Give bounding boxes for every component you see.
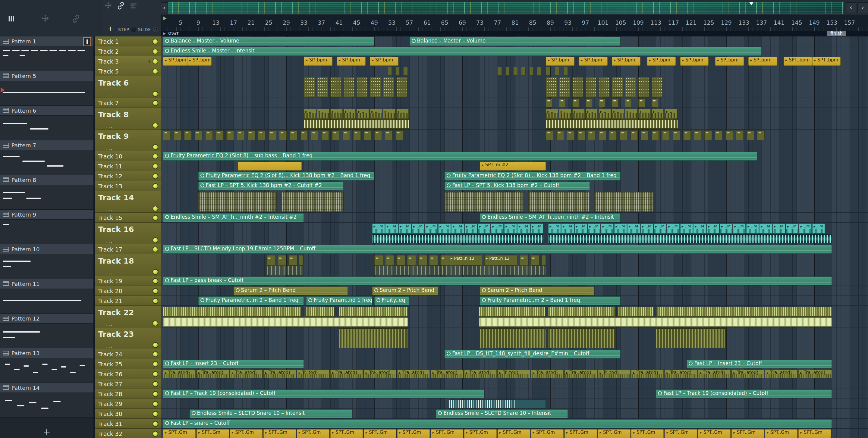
playlist-lane[interactable]: ≡≡≡≡≡≡≡≡≡ — [161, 98, 868, 108]
automation-clip[interactable]: Serum 2 – Pitch Bend — [372, 287, 438, 295]
track-mute-led[interactable] — [153, 362, 158, 366]
pattern-clip[interactable]: ≡ — [612, 99, 618, 107]
pattern-clip[interactable]: ≡ — [288, 255, 297, 265]
track-header[interactable]: Track 3▾ — [95, 56, 161, 66]
pattern-header[interactable]: Pattern 13 — [0, 348, 93, 358]
pattern-clip[interactable]: ▸SP..bpm — [680, 57, 709, 66]
playlist-lane[interactable]: ▸SP..bpm▸SP..bpm▸SP..bpm▸SP..bpm▸SP..bpm… — [161, 56, 868, 66]
playlist-lane[interactable]: ≡≡≡≡≡≡≡≡≡≡≡≡≡≡≡≡≡≡≡≡≡≡≡≡≡≡≡≡≡≡≡≡≡≡≡≡≡≡≡≡… — [161, 130, 868, 151]
pattern-clip[interactable]: ≡ — [279, 130, 287, 140]
pattern-clip[interactable]: ▸SPT..Gm — [798, 429, 831, 438]
playlist-lane[interactable]: Serum 2 – Pitch BendSerum 2 – Pitch Bend… — [161, 286, 868, 296]
playlist-lane[interactable] — [161, 328, 868, 349]
audio-clip[interactable]: ▸Tra..ated) — [364, 370, 396, 378]
track-header[interactable]: Track 29 — [95, 399, 161, 409]
audio-clip[interactable]: ▸.. — [559, 109, 571, 119]
pattern-clip[interactable]: ≡ — [343, 130, 350, 140]
pattern-clip[interactable]: ▸Patt..n 13 — [484, 255, 518, 265]
audio-clip[interactable]: ▸..M — [372, 224, 385, 233]
pattern-clip[interactable] — [598, 77, 610, 97]
pattern-header[interactable]: Pattern 9 — [0, 210, 93, 220]
pattern-clip[interactable]: ▸SPT..Gm — [631, 429, 664, 438]
playlist-lane[interactable]: Fruity Parametric EQ 2 (Slot 8) – sub ba… — [161, 151, 868, 161]
audio-clip[interactable]: ▸.. — [664, 109, 677, 119]
audio-clip[interactable]: ▸Tr..ted) — [598, 370, 630, 378]
pattern-clip[interactable] — [555, 67, 559, 76]
audio-clip[interactable]: ▸..M — [601, 224, 614, 233]
pattern-clip[interactable] — [564, 67, 568, 76]
playlist-lane[interactable]: ▸..M▸..M▸..M▸..M▸..M▸..M▸..M▸..M▸..M▸..M… — [161, 223, 868, 244]
pattern-clip[interactable]: ≡ — [546, 99, 553, 107]
pattern-clip[interactable]: ▸SP..bpm — [163, 57, 187, 66]
pattern-clip[interactable]: ▸SPT..Gm — [498, 429, 530, 438]
add-track-button[interactable]: + — [105, 24, 116, 34]
track-header[interactable]: Track 2 — [95, 46, 161, 56]
automation-clip[interactable]: Fast LP – SLCTD Melody Loop 19 F#min 125… — [163, 245, 832, 254]
pattern-header[interactable]: Pattern 7 — [0, 140, 93, 150]
automation-clip[interactable]: Balance – Master – Volume — [163, 37, 374, 46]
pattern-clip[interactable]: ≡ — [747, 130, 754, 140]
pattern-item[interactable]: Pattern 12 — [0, 313, 93, 348]
link-tool-icon[interactable] — [117, 2, 125, 11]
pattern-clip[interactable] — [638, 77, 650, 97]
track-mute-led[interactable] — [153, 69, 158, 73]
audio-clip[interactable]: ▸..M — [641, 224, 653, 233]
track-mute-led[interactable] — [153, 164, 158, 168]
audio-clip[interactable]: ▸Tr..ted) — [498, 370, 530, 378]
pattern-clip[interactable]: ≡ — [652, 130, 659, 140]
track-header[interactable]: Track 21 — [95, 296, 161, 306]
track-header[interactable]: Track 26 — [95, 369, 161, 379]
pattern-selector-indicator[interactable] — [83, 37, 91, 46]
audio-clip[interactable]: ▸Tra..ated) — [798, 370, 832, 378]
track-mute-led[interactable] — [153, 215, 158, 220]
pattern-clip[interactable]: ▸SPT..Gm — [330, 429, 363, 438]
automation-clip[interactable]: Fast LP – Insert 23 – Cutoff — [163, 360, 304, 368]
pattern-clip[interactable] — [505, 67, 510, 76]
pattern-item[interactable]: Pattern 14 — [0, 383, 93, 417]
audio-clip[interactable]: ▸.. — [370, 109, 382, 119]
pattern-clip[interactable]: ≡ — [247, 130, 255, 140]
track-header[interactable]: Track 7 — [95, 98, 161, 108]
pattern-clip[interactable] — [625, 77, 636, 97]
link-tool-icon[interactable] — [72, 14, 80, 24]
automation-clip[interactable]: Fast LP – SPT 5. Kick 138 bpm #2 – Cutof… — [444, 182, 590, 190]
audio-clip[interactable]: ▸..M — [627, 224, 640, 233]
pattern-clip[interactable]: ≡ — [396, 255, 405, 265]
automation-clip[interactable]: Fast LP – DS_HT_148_synth_fill_desire_F#… — [444, 350, 621, 359]
pattern-clip[interactable] — [396, 67, 400, 76]
track-header[interactable]: Track 19 — [95, 276, 161, 286]
scroll-left-button[interactable]: ‹ — [161, 2, 168, 14]
playlist-lane[interactable]: Fast LP – DS_HT_148_synth_fill_desire_F#… — [161, 349, 868, 359]
automation-clip[interactable]: Fruity..eq — [374, 296, 410, 305]
note-roll-strip[interactable] — [339, 307, 408, 316]
pattern-clip[interactable] — [304, 77, 315, 97]
pattern-header[interactable]: Pattern 5 — [0, 71, 93, 81]
pattern-clip[interactable] — [388, 67, 392, 76]
track-header[interactable]: Track 14... — [95, 191, 161, 213]
step-toggle[interactable] — [131, 27, 136, 32]
track-mute-led[interactable] — [153, 145, 158, 149]
automation-clip[interactable]: Endless Smile – SM_AT_h.._ninth #2 – Int… — [163, 213, 304, 222]
playlist-lane[interactable]: Fast LP – bass break – Cutoff — [161, 276, 868, 286]
track-header[interactable]: Track 15 — [95, 213, 161, 223]
note-roll-strip[interactable] — [480, 328, 546, 348]
pattern-clip[interactable]: ▸SP..bpm — [748, 57, 777, 66]
automation-clip[interactable]: Fast LP – bass break – Cutoff — [163, 276, 832, 285]
pattern-clip[interactable]: ≡ — [353, 130, 361, 140]
pattern-header[interactable]: Pattern 8 — [0, 175, 93, 185]
track-header[interactable]: Track 31 — [95, 419, 161, 429]
track-mute-led[interactable] — [153, 411, 158, 416]
audio-clip[interactable]: ▸.. — [638, 109, 651, 119]
audio-clip[interactable]: ▸..M — [693, 224, 706, 233]
audio-clip[interactable]: ▸..M — [707, 224, 719, 233]
pattern-clip[interactable]: ▸SPT..Gm — [531, 429, 564, 438]
track-mute-led[interactable] — [153, 299, 158, 303]
pattern-clip[interactable]: ≡ — [429, 255, 438, 265]
pattern-clip[interactable]: ▸SPT..Gm — [765, 429, 798, 438]
note-roll-strip[interactable] — [618, 307, 654, 316]
clip-strip[interactable] — [515, 399, 546, 408]
pattern-clip[interactable] — [612, 77, 623, 97]
pattern-clip[interactable]: ≡ — [598, 130, 606, 140]
audio-clip[interactable]: ▸..M — [786, 224, 798, 233]
pattern-clip[interactable]: ≡ — [556, 130, 564, 140]
